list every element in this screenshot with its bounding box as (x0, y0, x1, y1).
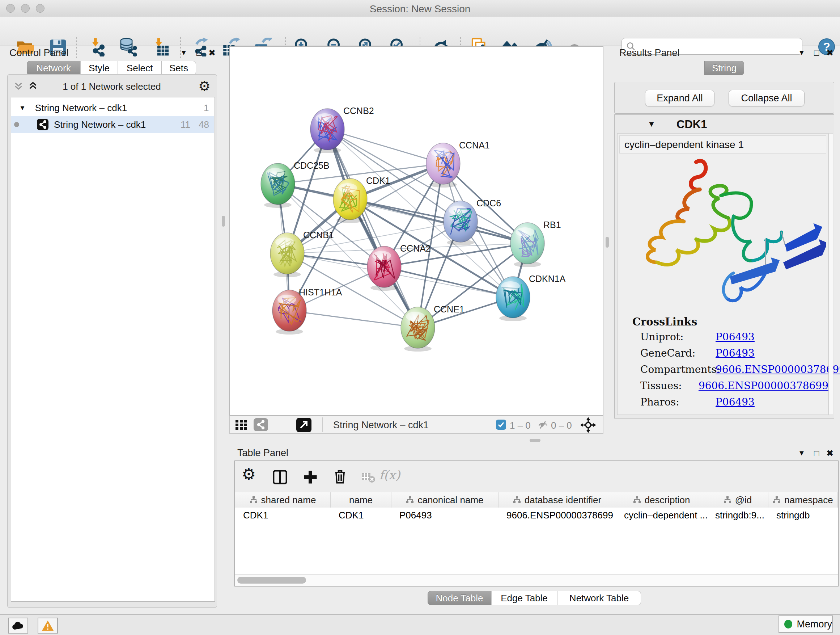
cloud-button[interactable] (8, 618, 28, 633)
edge-CCNA2-CDKN1A[interactable] (384, 267, 513, 297)
table-cell[interactable]: stringdb:9... (707, 508, 768, 523)
network-status-dot (14, 122, 19, 127)
tab-style[interactable]: Style (80, 61, 118, 75)
node-label-CCNE1: CCNE1 (434, 304, 464, 314)
table-cell[interactable]: 9606.ENSP00000378699 (499, 508, 616, 523)
netbar-separator (491, 417, 491, 432)
netbar-separator (285, 417, 285, 432)
crosslink-label: Compartments: (640, 363, 715, 375)
crosslink-value-link[interactable]: 9606.ENSP00000378699 (699, 380, 829, 392)
crosslink-value-link[interactable]: P06493 (715, 347, 755, 359)
collapse-all-button[interactable]: Collapse All (729, 90, 805, 106)
control-panel-tabs: NetworkStyleSelectSets (27, 61, 196, 75)
crosslink-row: Uniprot:P06493 (640, 329, 829, 345)
results-panel-undock-icon[interactable]: □ (814, 48, 819, 58)
memory-button[interactable]: Memory (778, 616, 833, 633)
column-header-shared-name[interactable]: shared name (235, 492, 331, 508)
table-hscrollbar-track[interactable] (235, 574, 838, 586)
apply-function-icon[interactable]: f(x) (379, 468, 400, 482)
import-network-database-icon[interactable] (118, 37, 139, 57)
network-share-icon[interactable] (254, 418, 268, 431)
table-settings-gear-icon[interactable]: ⚙ (242, 466, 256, 482)
crosslink-row: Compartments:9606.ENSP00000378699 (640, 361, 829, 378)
crosslink-value-link[interactable]: 9606.ENSP00000378699 (715, 363, 840, 375)
table-panel-float-icon[interactable]: ▼ (798, 449, 805, 457)
expand-all-button[interactable]: Expand All (645, 90, 714, 106)
column-header-canonical-name[interactable]: canonical name (392, 492, 499, 508)
delete-table-icon[interactable] (361, 471, 376, 483)
control-panel-undock-icon[interactable]: □ (196, 48, 202, 58)
crosslink-label: GeneCard: (640, 347, 715, 359)
network-canvas[interactable]: CCNB2CCNA1CDC25BCDK1CDC6RB1CCNB1CCNA2CDK… (229, 46, 603, 416)
network-options-gear-icon[interactable]: ⚙ (198, 78, 210, 94)
tab-edge-table[interactable]: Edge Table (491, 591, 557, 605)
table-cell[interactable]: stringdb (768, 508, 838, 523)
tree-expander-icon[interactable]: ▼ (19, 104, 26, 112)
netbar-separator (533, 417, 533, 432)
netbar-separator (322, 417, 323, 432)
warning-button[interactable] (38, 618, 58, 633)
column-type-icon (723, 496, 731, 504)
results-panel-close-icon[interactable]: ✖ (826, 48, 834, 58)
network-node-count: 11 (180, 119, 190, 130)
warning-icon (42, 620, 54, 631)
table-cell[interactable]: P06493 (392, 508, 499, 523)
tab-network[interactable]: Network (27, 61, 80, 75)
bottom-splitter-handle[interactable] (530, 439, 540, 442)
control-panel-close-icon[interactable]: ✖ (208, 48, 216, 58)
import-network-file-icon[interactable] (87, 37, 107, 57)
table-panel-undock-icon[interactable]: □ (814, 448, 819, 458)
tab-string[interactable]: String (704, 61, 744, 75)
crosslink-row: Pharos:P06493 (640, 394, 829, 410)
gene-section-expander-icon[interactable]: ▼ (647, 119, 655, 129)
column-header-name[interactable]: name (331, 492, 392, 508)
network-collection-row[interactable]: ▼ String Network – cdk1 1 (11, 100, 214, 116)
status-bar: Memory (0, 614, 840, 635)
table-cell[interactable]: cyclin–dependent ... (616, 508, 707, 523)
table-cell[interactable]: CDK1 (331, 508, 392, 523)
open-in-window-icon[interactable] (296, 418, 311, 432)
import-table-file-icon[interactable] (150, 37, 171, 57)
window-title: Session: New Session (0, 3, 840, 15)
add-column-icon[interactable] (302, 469, 318, 485)
column-header--id[interactable]: @id (707, 492, 768, 508)
tab-node-table[interactable]: Node Table (428, 591, 491, 605)
table-panel-close-icon[interactable]: ✖ (826, 448, 834, 458)
left-splitter-handle[interactable] (222, 216, 225, 226)
column-type-icon (249, 496, 257, 504)
gene-description: cyclin–dependent kinase 1 (624, 139, 744, 150)
network-row-selected[interactable]: String Network – cdk1 11 48 (11, 116, 214, 133)
node-label-CCNB1: CCNB1 (303, 230, 334, 240)
hidden-eye-icon (537, 420, 549, 429)
delete-column-icon[interactable] (332, 469, 348, 485)
column-type-icon (513, 496, 521, 504)
edge-HIST1H1A-CCNE1[interactable] (289, 310, 418, 328)
crosslink-row: Tissues:9606.ENSP00000378699 (640, 378, 829, 394)
table-cell[interactable]: CDK1 (235, 508, 331, 523)
tab-select[interactable]: Select (118, 61, 161, 75)
right-splitter-handle[interactable] (606, 237, 609, 248)
crosslink-value-link[interactable]: P06493 (715, 331, 755, 343)
control-panel-float-icon[interactable]: ▼ (180, 49, 187, 57)
column-header-description[interactable]: description (616, 492, 707, 508)
column-header-database-identifier[interactable]: database identifier (499, 492, 616, 508)
node-label-CCNA2: CCNA2 (400, 243, 431, 253)
results-panel-float-icon[interactable]: ▼ (798, 49, 805, 57)
birdseye-grid-icon[interactable] (235, 420, 248, 430)
column-header-namespace[interactable]: namespace (768, 492, 838, 508)
tab-sets[interactable]: Sets (161, 61, 196, 75)
results-panel-title: Results Panel (619, 48, 680, 59)
manage-columns-icon[interactable] (272, 469, 288, 485)
table-row[interactable]: CDK1CDK1P064939606.ENSP00000378699cyclin… (235, 508, 838, 523)
results-scrollbar-track[interactable] (829, 133, 833, 415)
tab-network-table[interactable]: Network Table (557, 591, 641, 605)
crosslink-value-link[interactable]: P06493 (715, 396, 755, 408)
table-panel-title: Table Panel (237, 448, 288, 459)
edge-CCNB2-CCNE1[interactable] (327, 129, 418, 328)
edge-CCNB2-CCNA1[interactable] (327, 129, 443, 164)
hidden-count: 0 – 0 (551, 420, 572, 431)
fit-content-crosshair-icon[interactable] (580, 417, 597, 433)
network-tree: ▼ String Network – cdk1 1 String Network… (11, 97, 215, 602)
table-hscrollbar-thumb[interactable] (237, 577, 306, 584)
selected-checkbox-icon[interactable] (496, 420, 506, 430)
